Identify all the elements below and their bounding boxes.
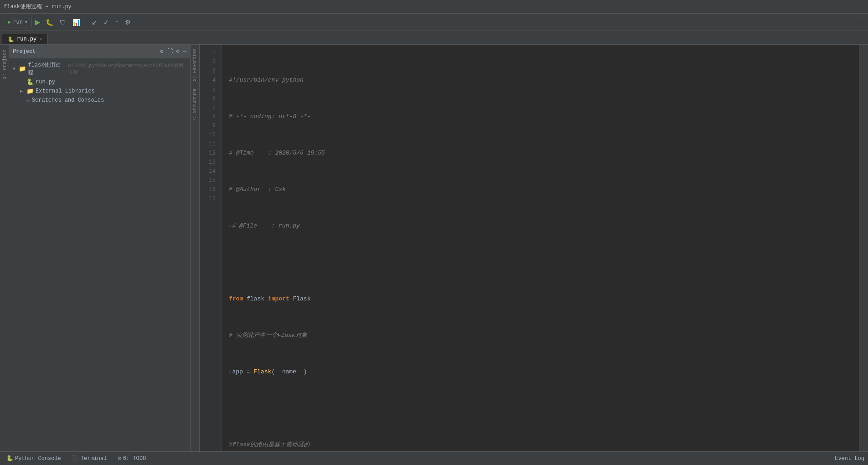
project-header-settings[interactable]: ⚙ (160, 48, 163, 55)
event-log-label[interactable]: Event Log (835, 455, 864, 462)
code-token: = (243, 367, 253, 377)
tab-py-icon: 🐍 (8, 36, 14, 42)
toolbar-separator (86, 18, 86, 27)
terminal-label: Terminal (81, 455, 107, 462)
project-header-close[interactable]: — (183, 48, 186, 55)
tree-label-ext-libs: External Libraries (36, 88, 95, 94)
project-tree: ▼ 📁 flask使用过程 D:\cxk_python\PycharmProje… (9, 58, 190, 451)
run-config-chevron: ▾ (25, 19, 28, 26)
code-token: # -*- coding: utf-8 -*- (229, 112, 310, 121)
title-bar: flask使用过程 – run.py (0, 0, 868, 14)
toolbar-right: — (852, 17, 864, 28)
ln-11: 11 (202, 140, 219, 149)
tree-arrow-ext-libs: ▶ (20, 88, 25, 94)
run-button[interactable]: ▶ (33, 16, 42, 28)
python-console-icon: 🐍 (6, 455, 13, 462)
python-console-label: Python Console (15, 455, 61, 462)
code-line-1: #!/usr/bin/env python (229, 76, 852, 85)
tree-item-root[interactable]: ▼ 📁 flask使用过程 D:\cxk_python\PycharmProje… (9, 60, 190, 78)
ln-15: 15 (202, 176, 219, 185)
code-token: flask (247, 294, 268, 304)
ln-1: 1 (202, 48, 219, 57)
code-token: ( (271, 367, 275, 377)
structure-tab[interactable]: 7: Structure (191, 85, 198, 125)
minimize-button[interactable]: — (852, 17, 864, 28)
run-config-icon: ▶ (8, 19, 11, 26)
code-token: #flask的路由是基于装饰器的 (229, 440, 310, 450)
code-token: from (229, 294, 247, 304)
code-token: #!/usr/bin/env python (229, 76, 304, 85)
coverage-button[interactable]: 🛡 (57, 17, 69, 28)
project-strip-label[interactable]: 1: Project (2, 46, 7, 82)
code-token: __name__ (275, 367, 303, 377)
code-area[interactable]: #!/usr/bin/env python # -*- coding: utf-… (222, 45, 859, 451)
main-content: 1: Project Project ⚙ ⛶ ⚙ — ▼ 📁 flask使用过程… (0, 45, 868, 451)
tree-item-run-py[interactable]: 🐍 run.py (9, 78, 190, 87)
settings-button[interactable]: ⚙ (122, 17, 134, 28)
code-token: # @File : run.py (232, 222, 300, 231)
code-line-10 (229, 404, 852, 413)
title-text: flask使用过程 – run.py (4, 3, 72, 10)
code-line-4: # @Author : Cxk (229, 185, 852, 194)
folder-icon-ext-libs: 📁 (26, 88, 34, 95)
tree-item-ext-libs[interactable]: ▶ 📁 External Libraries (9, 87, 190, 96)
vcs-update-button[interactable]: ↙ (89, 17, 100, 28)
ln-9: 9 (202, 121, 219, 130)
ln-7: 7 (202, 103, 219, 112)
code-token: # @Time : 2020/5/6 19:55 (229, 149, 325, 158)
code-token: # @Author : Cxk (229, 185, 286, 194)
toolbar: ▶ run ▾ ▶ 🐛 🛡 📊 ↙ ✓ ↑ ⚙ — (0, 14, 868, 31)
tab-bar: 🐍 run.py ✕ (0, 31, 868, 45)
tree-label-run-py: run.py (36, 79, 55, 85)
terminal-icon: ⬛ (72, 455, 79, 462)
code-line-2: # -*- coding: utf-8 -*- (229, 112, 852, 121)
toolbar-left: ▶ run ▾ ▶ 🐛 🛡 📊 ↙ ✓ ↑ ⚙ (4, 16, 134, 28)
tab-run-py[interactable]: 🐍 run.py ✕ (2, 34, 48, 44)
ln-2: 2 (202, 57, 219, 67)
project-header-collapse[interactable]: ⛶ (167, 48, 173, 55)
todo-label: 6: TODO (123, 455, 146, 462)
code-line-3: # @Time : 2020/5/6 19:55 (229, 149, 852, 158)
tree-path-root: D:\cxk_python\PycharmProjects\flask使用过程 (68, 62, 186, 76)
tree-item-scratches[interactable]: ✏ Scratches and Consoles (9, 96, 190, 105)
fold-gutter-9: ▽ (229, 367, 231, 377)
ln-3: 3 (202, 67, 219, 76)
ln-8: 8 (202, 112, 219, 121)
todo-tab[interactable]: ☑ 6: TODO (115, 453, 149, 464)
ln-13: 13 (202, 158, 219, 167)
project-header-more[interactable]: ⚙ (176, 48, 180, 55)
code-editor[interactable]: 1 2 3 4 5 6 7 8 9 10 11 12 13 14 15 16 1… (200, 45, 859, 451)
code-line-11: #flask的路由是基于装饰器的 (229, 440, 852, 450)
run-config-label: run (13, 19, 23, 26)
line-numbers: 1 2 3 4 5 6 7 8 9 10 11 12 13 14 15 16 1… (200, 45, 222, 451)
vcs-commit-button[interactable]: ✓ (101, 17, 112, 28)
code-token: Flask (253, 367, 271, 377)
project-panel-header: Project ⚙ ⛶ ⚙ — (9, 45, 190, 58)
ln-4: 4 (202, 76, 219, 85)
ln-6: 6 (202, 94, 219, 103)
status-right: Event Log (835, 455, 864, 462)
code-content: 1 2 3 4 5 6 7 8 9 10 11 12 13 14 15 16 1… (200, 45, 859, 451)
debug-button[interactable]: 🐛 (43, 17, 56, 28)
code-token: import (268, 294, 293, 304)
favorites-tab[interactable]: 2: Favorites (191, 45, 198, 85)
special-icon-scratches: ✏ (26, 97, 30, 104)
ln-12: 12 (202, 149, 219, 158)
ln-14: 14 (202, 167, 219, 176)
python-console-tab[interactable]: 🐍 Python Console (4, 453, 64, 464)
bottom-panel: 🐍 Python Console ⬛ Terminal ☑ 6: TODO Ev… (0, 451, 868, 465)
ln-16: 16 (202, 185, 219, 194)
code-line-5: ▽ # @File : run.py (229, 222, 852, 231)
code-line-6 (229, 258, 852, 267)
terminal-tab[interactable]: ⬛ Terminal (69, 453, 110, 464)
folder-icon-root: 📁 (19, 65, 26, 72)
vcs-push-button[interactable]: ↑ (113, 17, 121, 28)
profile-button[interactable]: 📊 (70, 17, 83, 28)
ln-5: 5 (202, 85, 219, 94)
fold-gutter-5: ▽ (229, 222, 231, 231)
run-config-selector[interactable]: ▶ run ▾ (4, 17, 32, 27)
file-icon-run-py: 🐍 (26, 78, 34, 86)
code-token: ) (303, 367, 307, 377)
code-token: Flask (293, 294, 310, 304)
tab-close-button[interactable]: ✕ (39, 36, 42, 42)
